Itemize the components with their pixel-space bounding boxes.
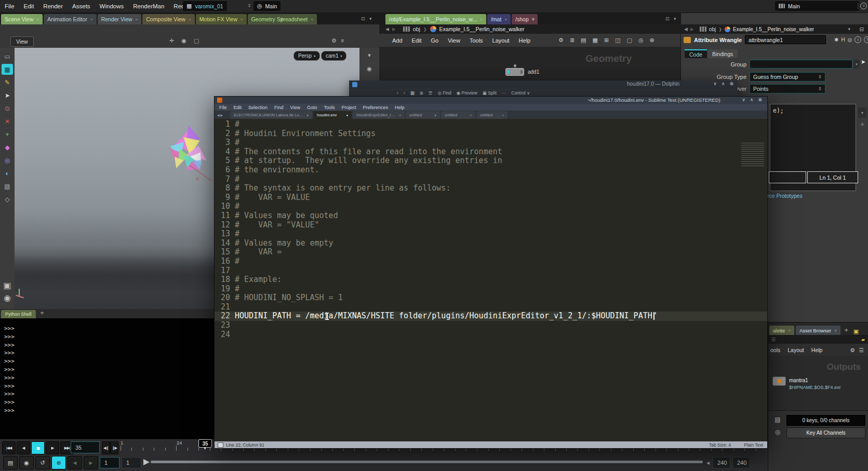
camera-select-button[interactable]: cam1▾ [321,51,346,61]
vex-expand-icon[interactable]: ✛ [858,120,866,128]
window-control-icon[interactable]: ⊗ [729,81,733,86]
close-icon[interactable]: × [90,17,93,22]
menu-item[interactable]: Preferences [363,105,388,110]
network-tool-icon[interactable]: ⚙ [558,37,564,44]
global-end-field[interactable]: 240 [713,457,730,468]
node-add1[interactable] [505,68,524,76]
menu-item[interactable]: Layout [488,37,514,44]
python-shell-console[interactable]: >>>>>>>>>>>>>>>>>>>>>>>>>>>>>>>>> [0,318,214,439]
path-root[interactable]: obj [413,26,420,32]
window-control-icon[interactable]: ⊗ [758,97,762,102]
range-slider-handle[interactable] [143,459,150,465]
close-icon[interactable]: × [788,328,791,333]
back-icon[interactable]: ◀ [684,26,688,32]
dolphin-toolbar-item[interactable]: ⋯ [502,90,506,96]
tool-icon[interactable]: ▦ [2,64,13,75]
menu-item[interactable]: Assets [68,0,95,12]
pane-tab[interactable]: Motion FX View× [196,14,247,24]
global-end-field-2[interactable]: 240 [732,457,750,468]
tool-icon[interactable]: ✕ [2,116,13,127]
back-icon[interactable]: ◀ [385,26,389,32]
scoped-channels-icon[interactable]: ▤ [771,414,784,425]
dolphin-toolbar-item[interactable]: ▦ [410,90,415,96]
network-tool-icon[interactable]: ◎ [638,37,644,44]
persp-view-button[interactable]: Persp▾ [293,51,320,61]
tool-icon[interactable]: ➤ [2,90,13,101]
menu-item[interactable]: Go [426,37,444,44]
tool-icon[interactable]: + [2,129,13,140]
network-add-tab-button[interactable]: + [529,14,538,24]
outputs-tool-icon[interactable]: ☰ [859,347,864,353]
param-header-icon[interactable]: ✱ [834,37,838,43]
desktop-spinner-icon[interactable]: ⇕ [247,3,251,8]
dolphin-toolbar-item[interactable]: ☰ [429,90,433,96]
tool-icon[interactable]: ◆ [2,142,13,153]
playbar-option-icon[interactable]: ◄ [68,456,82,469]
menu-item[interactable]: Add [388,37,407,44]
range-slider-track[interactable] [151,461,703,463]
menu-item[interactable]: Help [811,347,823,353]
dolphin-titlebar[interactable]: houdini17.0 — Dolphin ∨∧⊗ [349,80,738,89]
viewport-tool-icon[interactable]: ▢ [194,37,199,44]
scene-pane-corner-menu[interactable]: ⊡ ▾ [361,16,373,21]
node-label[interactable]: add1 [528,69,539,75]
tab-status-icon[interactable]: ● [306,114,309,117]
range-start-field-2[interactable]: 1 [122,457,141,468]
close-icon[interactable]: × [136,17,138,22]
key-all-channels-button[interactable]: Key All Channels [786,427,865,438]
status-tab-size[interactable]: Tab Size: 4 [709,442,731,448]
scene-add-tab-button[interactable]: + [277,14,286,24]
param-header-icon[interactable]: i [854,36,861,43]
vex-dropdown-icon[interactable]: ▾ [858,107,866,118]
pane-tab[interactable]: Asset Browser× [796,326,840,335]
dolphin-toolbar-item[interactable]: ▣ Split [483,90,497,96]
force-prototypes-link[interactable]: rce Prototypes [767,193,803,199]
window-control-icon[interactable]: ∨ [713,81,717,86]
network-tool-icon[interactable]: ⊕ [650,37,655,44]
network-tool-icon[interactable]: ⊞ [604,37,609,44]
pane-tab[interactable]: /obj/Example_I.5__Perlin_noise_w...× [385,14,486,24]
transport-button[interactable]: ▶ [46,441,59,454]
sublime-window[interactable]: ~/houdini17.0/houdini.env - Sublime Text… [214,96,768,449]
dolphin-toolbar-item[interactable]: ≣ [420,90,423,96]
playbar-option-icon[interactable]: ⊕ [51,456,66,469]
menu-item[interactable]: RenderMan [128,0,169,12]
python-shell-tab[interactable]: Python Shell [1,310,36,318]
dolphin-toolbar-item[interactable]: Control ∨ [511,90,530,96]
menu-item[interactable]: Edit [234,105,242,110]
network-tool-icon[interactable]: ▦ [593,37,598,44]
editor-tab[interactable]: HoudiniExprEditor_INSTALL.txt× [353,111,405,119]
network-tool-icon[interactable]: ▢ [627,37,632,44]
forward-icon[interactable]: ▶ [392,26,396,32]
close-icon[interactable]: × [480,17,483,22]
menu-item[interactable]: View [290,105,300,110]
list-icon[interactable]: ☰ [771,337,776,342]
window-control-icon[interactable]: ∧ [722,81,725,86]
tool-icon[interactable]: ✎ [2,77,13,88]
tab-code[interactable]: Code [685,49,707,58]
close-icon[interactable]: × [241,17,243,22]
display-option-icon[interactable]: ◉ [364,63,375,74]
tool-icon[interactable]: ◎ [2,155,13,166]
tool-icon[interactable]: ⊙ [2,103,13,114]
menu-item[interactable]: Goto [307,105,317,110]
network-tool-icon[interactable]: ≣ [570,37,575,44]
menu-item[interactable]: File [219,105,227,110]
menu-item[interactable]: Help [395,105,405,110]
param-header-icon[interactable]: H [841,37,845,43]
param-header-icon[interactable]: ? [864,36,868,43]
group-select-arrow-icon[interactable]: ➤ [861,59,865,65]
pane-tab[interactable]: Animation Editor× [44,14,97,24]
palette-icon[interactable]: ▣ [853,328,859,335]
menu-item[interactable]: Find [274,105,284,110]
tool-icon[interactable]: ◇ [2,194,13,205]
network-pane-corner-menu[interactable]: ⊡ ▾ [665,16,678,21]
range-start-field[interactable]: 1 [100,457,119,468]
current-frame-field[interactable]: 35 [71,441,100,453]
desktop-main-selector[interactable]: ◎ Main [253,1,281,11]
pane-tab[interactable]: Scene View× [1,14,43,24]
close-icon[interactable]: × [504,17,507,22]
dolphin-window[interactable]: houdini17.0 — Dolphin ∨∧⊗ ‹›▦≣☰◎ Find◉ P… [349,80,738,97]
close-icon[interactable]: × [834,328,837,333]
outputs-add-tab-button[interactable]: + [842,326,851,335]
